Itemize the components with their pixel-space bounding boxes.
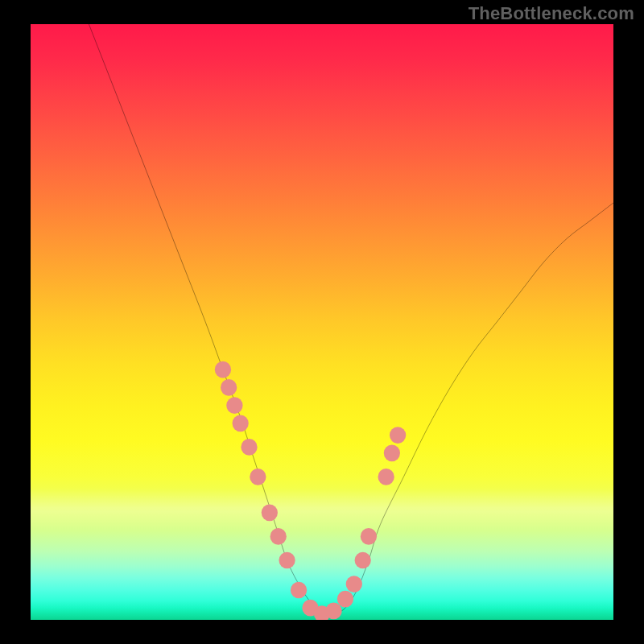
data-point (262, 504, 278, 521)
data-point (390, 427, 406, 444)
data-point (241, 439, 257, 456)
data-point (361, 528, 377, 545)
data-point (378, 469, 394, 485)
data-point (250, 469, 266, 485)
data-point (215, 361, 231, 378)
chart-svg (31, 24, 613, 620)
data-point (233, 415, 249, 431)
data-point (221, 379, 237, 396)
data-point (279, 552, 295, 569)
data-point (325, 603, 341, 620)
bottleneck-curve (89, 24, 613, 615)
data-point (291, 582, 307, 599)
data-point (355, 552, 371, 569)
data-point (270, 528, 287, 545)
data-point (384, 444, 400, 461)
data-point (337, 591, 353, 608)
data-point (346, 576, 362, 592)
data-point (226, 397, 242, 414)
watermark-text: TheBottleneck.com (469, 3, 634, 24)
plot-area (31, 24, 613, 620)
data-point-group (215, 361, 406, 620)
chart-stage: TheBottleneck.com (0, 0, 644, 644)
